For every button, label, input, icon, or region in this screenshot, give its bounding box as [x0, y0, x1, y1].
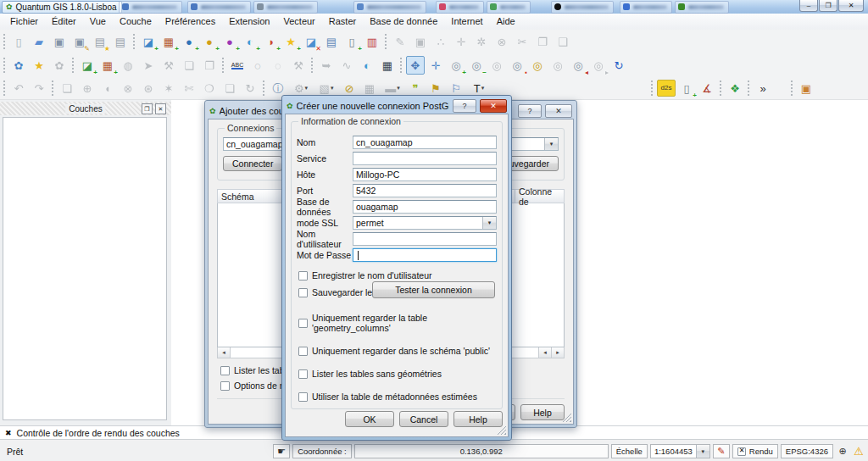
help-button[interactable]: Help [453, 411, 503, 427]
toolbar-handle[interactable] [747, 80, 751, 97]
checkbox[interactable] [220, 366, 230, 375]
tag-icon[interactable]: ◌ [269, 56, 287, 75]
pan-map-icon[interactable]: ✥ [406, 56, 425, 75]
username-field[interactable] [353, 232, 497, 246]
add-raster-layer-icon[interactable]: ▦+ [159, 32, 178, 51]
qgis-plugin-disabled-icon[interactable]: ✿ [50, 56, 69, 75]
close-button[interactable]: ✕ [838, 0, 864, 12]
taskbar-window-button[interactable] [253, 1, 318, 14]
connect-button[interactable]: Connecter [223, 156, 282, 171]
add-spatialite-layer-icon[interactable]: ●+ [200, 32, 219, 51]
zoom-in-icon[interactable]: ◎+ [447, 56, 465, 75]
rotate-point-icon[interactable]: ↻ [241, 79, 259, 97]
add-postgis-layer-icon[interactable]: ●+ [180, 32, 198, 51]
add-mssql-layer-icon[interactable]: ●+ [220, 32, 239, 51]
map-tiles-icon[interactable]: ▦ [378, 56, 397, 75]
split-features-icon[interactable]: ✄ [180, 79, 198, 97]
zoom-last-icon[interactable]: ◎◂ [569, 56, 587, 75]
layer-order-checkbox[interactable]: ✖ [5, 429, 12, 437]
menu-couche[interactable]: Couche [113, 14, 159, 30]
toggle-editing-icon[interactable]: ✎ [391, 32, 409, 51]
map-arrow-icon[interactable]: ➥ [317, 56, 336, 75]
mouse-position-toggle-icon[interactable]: ☛ [273, 444, 290, 458]
active-window-tab[interactable]: ✿ Quantum GIS 1.8.0-Lisboa [2, 1, 122, 14]
taskbar-window-button[interactable] [487, 1, 531, 14]
connection-dialog-titlebar[interactable]: ✿ Créer une nouvelle connexion PostGIS ?… [285, 98, 509, 114]
add-raster-overview-icon[interactable]: ▦+ [98, 56, 117, 75]
add-ring-icon[interactable]: ⊕ [78, 79, 97, 97]
toolbar-handle[interactable] [221, 57, 225, 74]
frame2-plant-icon[interactable]: ❐ [200, 56, 219, 75]
delete-ring-icon[interactable]: ⊗ [119, 79, 137, 97]
taskbar-window-button[interactable] [436, 1, 484, 14]
menu-vue[interactable]: Vue [83, 14, 113, 30]
undo-icon[interactable]: ↶ [9, 79, 28, 97]
qgis-plugin-blue-icon[interactable]: ✿ [9, 56, 28, 75]
dialog-help-button[interactable]: ? [453, 99, 476, 113]
toolbar-handle[interactable] [3, 57, 7, 74]
python-plugin-icon[interactable]: ❖ [726, 79, 744, 97]
pan-to-selection-icon[interactable]: ✛ [426, 56, 445, 75]
gps-tools-icon[interactable]: ▯+ [677, 79, 696, 97]
qgis-plugin-new-icon[interactable]: ★ [30, 56, 48, 75]
crs-target-icon[interactable]: ⊕ [836, 444, 849, 458]
menu-preferences[interactable]: Préférences [159, 14, 222, 30]
menu-aide[interactable]: Aide [490, 14, 522, 30]
add-wfs-layer-icon[interactable]: ◑+ [261, 32, 280, 51]
cut-features-icon[interactable]: ✂ [513, 32, 531, 51]
crs-status[interactable]: EPSG:4326 [781, 444, 833, 458]
layers-list[interactable] [3, 117, 167, 420]
toolbar-handle[interactable] [51, 80, 55, 97]
style-manager-icon[interactable]: ◍ [119, 56, 137, 75]
refresh-icon[interactable]: ↻ [609, 56, 628, 75]
toolbar-handle[interactable] [262, 80, 266, 97]
save-project-as-icon[interactable]: ▣✎ [70, 32, 89, 51]
minimize-button[interactable]: – [799, 0, 818, 12]
layers-panel-header[interactable]: Couches ❐ ✕ [0, 102, 171, 115]
service-field[interactable] [353, 152, 497, 165]
open-project-icon[interactable]: ▰ [30, 32, 48, 51]
toolbar-handle[interactable] [399, 57, 403, 74]
capture-point-icon[interactable]: ∴ [431, 32, 450, 51]
test-connection-button[interactable]: Tester la connexion [372, 281, 495, 298]
checkbox[interactable] [298, 347, 308, 356]
label-d2s-icon[interactable]: d2s [657, 80, 676, 97]
node-tool-icon[interactable]: ✲ [472, 32, 491, 51]
new-project-icon[interactable]: ▯ [9, 32, 28, 51]
tag-wrench-icon[interactable]: ⚒ [289, 56, 308, 75]
menu-vecteur[interactable]: Vecteur [276, 14, 321, 30]
dialog-close-button[interactable]: ✕ [480, 99, 507, 113]
checkbox[interactable] [220, 381, 230, 391]
print-composer-icon[interactable]: ▤ [111, 32, 130, 51]
schema-column-header[interactable]: Schéma ▿ [217, 189, 292, 203]
chevron-down-icon[interactable]: ▾ [544, 138, 558, 150]
ssl-mode-select[interactable]: permet ▾ [353, 216, 497, 230]
mapserver-export-icon[interactable]: ▣ [797, 79, 815, 97]
zoom-native-icon[interactable]: ◎ [487, 56, 506, 75]
panel-float-icon[interactable]: ❐ [142, 103, 153, 114]
delete-selected-icon[interactable]: ⊗ [492, 32, 511, 51]
chevron-down-icon[interactable]: ▾ [696, 445, 709, 458]
help-button[interactable]: Help [520, 404, 565, 420]
toolbar-handle[interactable] [71, 57, 75, 74]
panel-close-icon[interactable]: ✕ [155, 103, 166, 114]
redo-icon[interactable]: ↷ [30, 79, 48, 97]
geometry-column-header[interactable]: Colonne de [515, 189, 565, 203]
zoom-to-layer-icon[interactable]: ◎ [528, 56, 547, 75]
delete-part-icon[interactable]: ⊛ [139, 79, 158, 97]
scroll-left-icon[interactable]: ◂ [218, 347, 231, 358]
dialog-close-button[interactable]: ✕ [545, 104, 572, 118]
paste-features-icon[interactable]: ❑ [554, 32, 572, 51]
taskbar-window-button[interactable] [187, 1, 251, 14]
new-print-composer-icon[interactable]: ▤★ [91, 32, 109, 51]
zoom-out-icon[interactable]: ◎− [467, 56, 486, 75]
add-part-icon[interactable]: ◖ [98, 79, 117, 97]
menu-base-de-donnee[interactable]: Base de donnée [363, 14, 444, 30]
taskbar-window-button[interactable] [675, 1, 729, 14]
warning-icon[interactable]: ⚠ [852, 444, 865, 458]
toolbar-handle[interactable] [3, 80, 7, 97]
scroll-left-icon[interactable]: ◂ [538, 347, 551, 358]
scale-select[interactable]: 1:1604453 ▾ [650, 444, 710, 458]
zoom-next-icon[interactable]: ◎▸ [589, 56, 608, 75]
add-vector-overview-icon[interactable]: ◪+ [78, 56, 97, 75]
